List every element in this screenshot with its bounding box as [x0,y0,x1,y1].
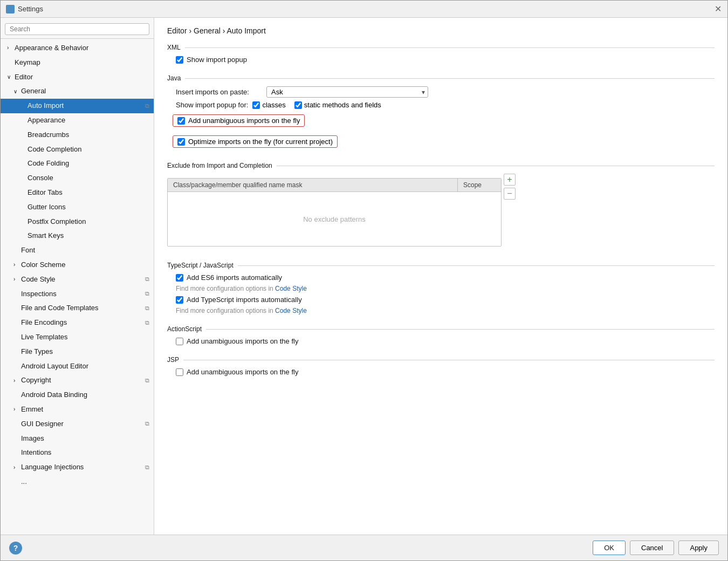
exclude-table-container: Class/package/member qualified name mask… [167,174,715,251]
xml-show-import-popup-label: Show import popup [187,56,247,64]
chevron-right-icon: › [7,44,12,52]
add-typescript-label: Add TypeScript imports automatically [187,296,302,304]
no-patterns-text: No exclude patterns [303,215,366,223]
insert-imports-dropdown-wrapper: Ask Always Never [266,86,428,98]
sidebar-label: Color Scheme [21,259,65,271]
sidebar-item-more[interactable]: ... [1,475,154,489]
sidebar-item-breadcrumbs[interactable]: Breadcrumbs [1,128,154,142]
sidebar-item-auto-import[interactable]: Auto Import ⧉ [1,99,154,113]
chevron-right-icon: › [13,261,19,269]
static-methods-checkbox[interactable] [294,101,302,109]
sidebar-item-code-style[interactable]: › Code Style ⧉ [1,272,154,287]
table-col-scope: Scope [458,179,501,191]
sidebar-label: Inspections [21,289,57,300]
sidebar-label: Images [21,433,44,444]
sidebar-item-file-types[interactable]: File Types [1,345,154,359]
copy-icon: ⧉ [145,463,149,473]
sidebar-label: Language Injections [21,462,84,473]
remove-pattern-button[interactable]: − [504,188,516,200]
static-methods-label: static methods and fields [304,101,381,109]
sidebar-item-file-code-templates[interactable]: File and Code Templates ⧉ [1,301,154,316]
actionscript-unambiguous-label: Add unambiguous imports on the fly [187,337,298,345]
sidebar-label: ... [21,476,27,488]
java-section: Java Insert imports on paste: Ask Always… [167,74,715,151]
optimize-imports-checkbox[interactable] [177,138,185,146]
sidebar-label: Font [21,245,35,256]
jsp-unambiguous-checkbox[interactable] [176,368,183,376]
copy-icon: ⧉ [145,318,149,328]
sidebar-item-editor[interactable]: ∨ Editor [1,70,154,85]
right-panel: Editor › General › Auto Import XML Show … [154,18,727,535]
add-pattern-button[interactable]: + [504,174,516,186]
table-controls: + − [504,174,516,200]
sidebar-item-console[interactable]: Console [1,171,154,186]
ok-button[interactable]: OK [593,541,626,555]
sidebar-item-smart-keys[interactable]: Smart Keys [1,229,154,243]
sidebar-item-gutter-icons[interactable]: Gutter Icons [1,200,154,215]
sidebar-label: Intentions [21,447,51,459]
sidebar-item-font[interactable]: Font [1,243,154,258]
add-unambiguous-label: Add unambiguous imports on the fly [188,117,300,125]
search-box [1,20,154,39]
insert-imports-dropdown[interactable]: Ask Always Never [266,86,428,98]
search-input[interactable] [5,23,149,35]
sidebar-item-android-layout-editor[interactable]: Android Layout Editor [1,359,154,374]
sidebar-label: Console [28,173,53,184]
add-es6-row: Add ES6 imports automatically [176,273,715,282]
titlebar-left: Settings [6,5,43,13]
xml-show-import-popup-checkbox[interactable] [176,56,183,64]
sidebar-item-images[interactable]: Images [1,432,154,446]
sidebar-item-file-encodings[interactable]: File Encodings ⧉ [1,316,154,330]
sidebar-item-code-completion[interactable]: Code Completion [1,142,154,157]
sidebar-item-intentions[interactable]: Intentions [1,446,154,460]
exclude-section: Exclude from Import and Completion Class… [167,162,715,251]
sidebar-label: Appearance & Behavior [15,43,88,54]
sidebar-item-emmet[interactable]: › Emmet [1,402,154,417]
settings-window: Settings ✕ › Appearance & Behavior Keyma… [0,0,728,561]
window-title: Settings [18,5,43,13]
insert-imports-row: Insert imports on paste: Ask Always Neve… [176,86,715,98]
sidebar-label: Editor Tabs [28,187,63,199]
sidebar-item-language-injections[interactable]: › Language Injections ⧉ [1,460,154,475]
sidebar-item-inspections[interactable]: Inspections ⧉ [1,287,154,302]
sidebar-label: File Types [21,346,53,358]
chevron-right-icon: › [13,405,19,414]
sidebar-label: File Encodings [21,317,67,329]
actionscript-unambiguous-checkbox[interactable] [176,338,183,345]
help-button[interactable]: ? [9,542,22,555]
exclude-table: Class/package/member qualified name mask… [167,178,502,247]
add-typescript-checkbox[interactable] [176,296,183,304]
add-unambiguous-checkbox[interactable] [177,117,185,125]
sidebar-label: Breadcrumbs [28,129,69,141]
sidebar-item-postfix-completion[interactable]: Postfix Completion [1,215,154,229]
sidebar: › Appearance & Behavior Keymap ∨ Editor … [1,18,154,535]
ts-code-style-link[interactable]: Code Style [275,307,307,314]
sidebar-item-keymap[interactable]: Keymap [1,56,154,70]
sidebar-item-live-templates[interactable]: Live Templates [1,330,154,345]
sidebar-item-appearance[interactable]: Appearance [1,113,154,128]
sidebar-item-color-scheme[interactable]: › Color Scheme [1,258,154,272]
footer: ? OK Cancel Apply [1,535,727,560]
sidebar-item-copyright[interactable]: › Copyright ⧉ [1,373,154,388]
sidebar-label: Copyright [21,375,51,386]
classes-label: classes [262,101,285,109]
sidebar-label: Postfix Completion [28,216,86,228]
es6-code-style-link[interactable]: Code Style [275,285,307,292]
sidebar-label: Keymap [15,57,40,69]
classes-checkbox[interactable] [252,101,260,109]
cancel-button[interactable]: Cancel [630,541,674,555]
sidebar-item-editor-tabs[interactable]: Editor Tabs [1,186,154,200]
table-col-name: Class/package/member qualified name mask [168,179,458,191]
sidebar-item-code-folding[interactable]: Code Folding [1,156,154,171]
app-icon [6,5,15,13]
xml-section-header: XML [167,44,715,51]
apply-button[interactable]: Apply [678,541,719,555]
sidebar-item-general[interactable]: ∨ General [1,84,154,99]
sidebar-label: Code Style [21,274,56,285]
sidebar-item-android-data-binding[interactable]: Android Data Binding [1,388,154,402]
add-es6-checkbox[interactable] [176,274,183,282]
add-typescript-row: Add TypeScript imports automatically [176,296,715,304]
sidebar-item-gui-designer[interactable]: GUI Designer ⧉ [1,417,154,432]
sidebar-item-appearance-behavior[interactable]: › Appearance & Behavior [1,41,154,56]
close-button[interactable]: ✕ [713,5,722,13]
